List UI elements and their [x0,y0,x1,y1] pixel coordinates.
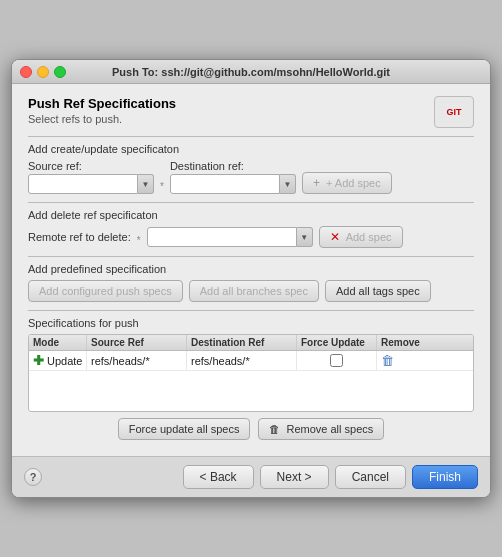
back-button[interactable]: < Back [183,465,254,489]
update-plus-icon: ✚ [33,353,44,368]
content-area: Push Ref Specifications Select refs to p… [12,84,490,456]
traffic-lights [20,66,66,78]
table-header: Mode Source Ref Destination Ref Force Up… [29,335,473,351]
source-ref-combo-wrapper: ▼ [28,174,154,194]
dest-ref-dropdown-arrow[interactable]: ▼ [280,174,296,194]
create-update-label: Add create/update specificaton [28,143,474,155]
delete-label: Add delete ref specificaton [28,209,474,221]
table-row: ✚ Update refs/heads/* refs/heads/* [29,351,473,371]
force-update-checkbox[interactable] [330,354,343,367]
specs-table: Mode Source Ref Destination Ref Force Up… [28,334,474,412]
add-all-tags-spec-button[interactable]: Add all tags spec [325,280,431,302]
cell-mode: ✚ Update [29,351,87,370]
help-button[interactable]: ? [24,468,42,486]
source-value: refs/heads/* [91,355,150,367]
main-window: Push To: ssh://git@github.com/msohn/Hell… [11,59,491,498]
close-button[interactable] [20,66,32,78]
remote-ref-label: Remote ref to delete: [28,231,131,243]
divider-1 [28,202,474,203]
source-dest-row: Source ref: ▼ * Destination ref: ▼ + [28,160,474,194]
remove-icon: 🗑 [269,423,280,435]
create-update-section: Add create/update specificaton Source re… [28,143,474,194]
window-title: Push To: ssh://git@github.com/msohn/Hell… [112,66,390,78]
add-configured-push-specs-button[interactable]: Add configured push specs [28,280,183,302]
git-logo: GIT [434,96,474,128]
remove-all-specs-button[interactable]: 🗑 Remove all specs [258,418,384,440]
col-remove: Remove [377,335,432,350]
dest-field-group: Destination ref: ▼ [170,160,296,194]
mode-label: Update [47,355,82,367]
table-empty-area [29,371,473,411]
force-update-all-button[interactable]: Force update all specs [118,418,251,440]
footer: ? < Back Next > Cancel Finish [12,456,490,497]
asterisk-1: * [160,181,164,192]
cancel-button[interactable]: Cancel [335,465,406,489]
source-ref-dropdown-arrow[interactable]: ▼ [138,174,154,194]
delete-row: Remote ref to delete: * ▼ ✕ Add spec [28,226,474,248]
x-icon: ✕ [330,230,340,244]
maximize-button[interactable] [54,66,66,78]
dest-ref-input[interactable] [170,174,280,194]
remove-all-label: Remove all specs [286,423,373,435]
remote-ref-combo-wrapper: ▼ [147,227,313,247]
footer-left: ? [24,468,42,486]
divider-2 [28,256,474,257]
col-mode: Mode [29,335,87,350]
divider-3 [28,310,474,311]
minimize-button[interactable] [37,66,49,78]
specs-section: Specifications for push Mode Source Ref … [28,317,474,440]
predefined-buttons: Add configured push specs Add all branch… [28,280,474,302]
page-subheading: Select refs to push. [28,113,176,125]
cell-source: refs/heads/* [87,351,187,370]
remote-ref-input[interactable] [147,227,297,247]
asterisk-2: * [137,235,141,246]
cell-remove: 🗑 [377,351,432,370]
source-ref-label: Source ref: [28,160,154,172]
page-header-text: Push Ref Specifications Select refs to p… [28,96,176,125]
footer-nav: < Back Next > Cancel Finish [183,465,478,489]
table-action-buttons: Force update all specs 🗑 Remove all spec… [28,418,474,440]
add-spec-button[interactable]: + + Add spec [302,172,392,194]
dest-ref-combo-wrapper: ▼ [170,174,296,194]
page-header: Push Ref Specifications Select refs to p… [28,96,474,128]
col-force: Force Update [297,335,377,350]
plus-icon: + [313,176,320,190]
specs-label: Specifications for push [28,317,474,329]
titlebar: Push To: ssh://git@github.com/msohn/Hell… [12,60,490,84]
predefined-section: Add predefined specification Add configu… [28,263,474,302]
col-dest: Destination Ref [187,335,297,350]
header-divider [28,136,474,137]
page-heading: Push Ref Specifications [28,96,176,111]
delete-section: Add delete ref specificaton Remote ref t… [28,209,474,248]
add-spec-label: + Add spec [326,177,381,189]
cell-dest: refs/heads/* [187,351,297,370]
trash-icon[interactable]: 🗑 [381,353,394,368]
add-all-branches-spec-button[interactable]: Add all branches spec [189,280,319,302]
remote-ref-dropdown-arrow[interactable]: ▼ [297,227,313,247]
cell-force [297,351,377,370]
source-field-group: Source ref: ▼ [28,160,154,194]
source-ref-input[interactable] [28,174,138,194]
table-body: ✚ Update refs/heads/* refs/heads/* [29,351,473,411]
predefined-label: Add predefined specification [28,263,474,275]
add-delete-spec-button[interactable]: ✕ Add spec [319,226,403,248]
finish-button[interactable]: Finish [412,465,478,489]
col-source: Source Ref [87,335,187,350]
dest-ref-label: Destination ref: [170,160,296,172]
add-delete-spec-label: Add spec [346,231,392,243]
next-button[interactable]: Next > [260,465,329,489]
dest-value: refs/heads/* [191,355,250,367]
